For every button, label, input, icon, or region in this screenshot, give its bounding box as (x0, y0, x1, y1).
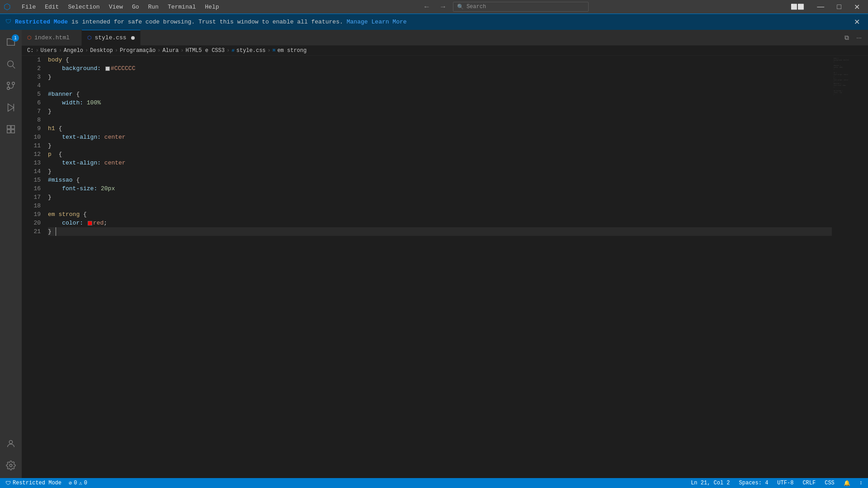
account-icon (6, 439, 16, 449)
activity-account[interactable] (0, 433, 22, 455)
tab-modified-indicator (131, 36, 135, 40)
restricted-mode-status[interactable]: 🛡 Restricted Mode (4, 478, 63, 488)
line-ending-label: CRLF (802, 480, 816, 486)
token-punct: ; (104, 219, 107, 227)
manage-link[interactable]: Manage (347, 19, 368, 25)
svg-rect-8 (11, 126, 14, 129)
token-punct: } (48, 107, 52, 116)
search-icon: 🔍 (457, 4, 464, 10)
svg-point-0 (8, 61, 14, 67)
code-content[interactable]: body { background: #CCCCCC} #banner { wi… (44, 56, 832, 478)
svg-rect-9 (7, 130, 10, 133)
extensions-icon (6, 124, 16, 134)
status-bar-right: Ln 21, Col 2 Spaces: 4 UTF-8 CRLF CSS 🔔 … (689, 478, 864, 488)
breadcrumb-users[interactable]: Users (41, 47, 57, 54)
spaces-status[interactable]: Spaces: 4 (737, 478, 770, 488)
breadcrumb-programacao[interactable]: Programação (120, 47, 156, 54)
line-number-2: 2 (25, 64, 41, 73)
breadcrumb-drive[interactable]: C: (27, 47, 33, 54)
line-number-6: 6 (25, 99, 41, 107)
line-number-1: 1 (25, 56, 41, 64)
css-file-icon: ⬡ (87, 35, 92, 41)
symbol-icon: ⌘ (273, 47, 276, 53)
code-editor[interactable]: 123456789101112131415161718192021 body {… (22, 56, 868, 478)
line-number-18: 18 (25, 202, 41, 210)
code-line-4 (48, 81, 832, 90)
svg-line-1 (13, 66, 15, 68)
run-icon (6, 103, 16, 113)
activity-settings[interactable] (0, 455, 22, 476)
line-number-17: 17 (25, 193, 41, 202)
activity-search[interactable] (0, 53, 22, 75)
tab-label-style-css: style.css (94, 34, 126, 41)
menu-edit[interactable]: Edit (41, 3, 62, 11)
breadcrumb-desktop[interactable]: Desktop (90, 47, 113, 54)
token-punct: } (48, 141, 52, 150)
line-number-9: 9 (25, 124, 41, 133)
line-number-15: 15 (25, 176, 41, 184)
line-number-3: 3 (25, 73, 41, 81)
tab-index-html[interactable]: ⬡ index.html ✕ (22, 30, 82, 46)
token-punct (83, 219, 87, 227)
color-swatch-icon (105, 66, 110, 71)
menu-view[interactable]: View (105, 3, 127, 11)
svg-point-12 (9, 464, 12, 467)
breadcrumb-alura[interactable]: Alura (162, 47, 179, 54)
token-id-selector: #missao (48, 176, 73, 184)
line-number-13: 13 (25, 159, 41, 167)
cursor-position-label: Ln 21, Col 2 (691, 480, 730, 486)
activity-run[interactable] (0, 97, 22, 118)
line-ending-status[interactable]: CRLF (801, 478, 817, 488)
code-line-8 (48, 116, 832, 124)
encoding-status[interactable]: UTF-8 (775, 478, 795, 488)
sync-status[interactable]: ↕ (858, 478, 864, 488)
activity-source-control[interactable] (0, 75, 22, 97)
tab-style-css[interactable]: ⬡ style.css (82, 30, 140, 46)
activity-explorer[interactable]: 1 (0, 32, 22, 53)
cursor-position-status[interactable]: Ln 21, Col 2 (689, 478, 731, 488)
close-button[interactable]: ✕ (849, 1, 864, 13)
line-number-14: 14 (25, 167, 41, 176)
activity-extensions[interactable] (0, 118, 22, 140)
code-line-18 (48, 202, 832, 210)
breadcrumb-html5css3[interactable]: HTML5 e CSS3 (186, 47, 225, 54)
nav-back-button[interactable]: ← (420, 2, 433, 12)
line-number-21: 21 (25, 227, 41, 236)
token-property: color: (48, 219, 83, 227)
code-line-19: em strong { (48, 210, 832, 219)
more-tabs-button[interactable]: ··· (854, 33, 864, 42)
split-editor-button[interactable]: ⧉ (842, 33, 852, 42)
maximize-button[interactable]: □ (832, 1, 846, 13)
layout-toggle-icon[interactable]: ⬜⬜ (786, 2, 809, 12)
errors-status[interactable]: ⊘ 0 ⚠ 0 (67, 478, 89, 488)
menu-help[interactable]: Help (201, 3, 222, 11)
nav-forward-button[interactable]: → (437, 2, 449, 12)
menu-terminal[interactable]: Terminal (164, 3, 199, 11)
menu-selection[interactable]: Selection (64, 3, 103, 11)
token-punct: { (73, 90, 80, 99)
token-selector: h1 (48, 124, 55, 133)
breadcrumb-angelo[interactable]: Angelo (64, 47, 83, 54)
minimize-button[interactable]: — (812, 1, 829, 13)
code-line-10: text-align: center (48, 133, 832, 141)
color-swatch-icon (88, 221, 92, 225)
token-property: width: (48, 99, 83, 107)
menu-run[interactable]: Run (144, 3, 162, 11)
menu-go[interactable]: Go (128, 3, 143, 11)
language-status[interactable]: CSS (823, 478, 836, 488)
error-icon: ⊘ (69, 480, 72, 487)
line-number-8: 8 (25, 116, 41, 124)
banner-close-button[interactable]: ✕ (851, 17, 863, 27)
editor-area: ⬡ index.html ✕ ⬡ style.css ⧉ ··· C: › Us… (22, 30, 868, 478)
line-number-7: 7 (25, 107, 41, 116)
token-punct: { (55, 124, 62, 133)
global-search-box[interactable]: 🔍 Search (453, 2, 589, 12)
learn-more-link[interactable]: Learn More (372, 19, 407, 25)
code-line-6: width: 100% (48, 99, 832, 107)
breadcrumb-stylecss[interactable]: style.css (236, 47, 266, 54)
notifications-status[interactable]: 🔔 (842, 478, 852, 488)
hash-icon: # (231, 48, 235, 53)
menu-file[interactable]: File (18, 3, 39, 11)
line-number-4: 4 (25, 81, 41, 90)
breadcrumb-em-strong[interactable]: em strong (277, 47, 307, 54)
